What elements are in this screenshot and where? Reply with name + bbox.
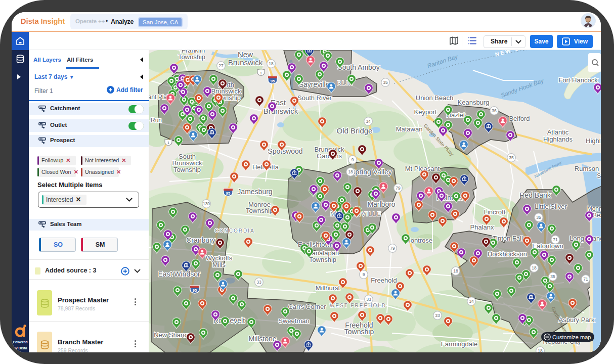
svg-text:71: 71 bbox=[553, 237, 558, 242]
svg-text:Old Bridge: Old Bridge bbox=[337, 126, 373, 135]
svg-text:33: 33 bbox=[256, 280, 261, 285]
svg-text:34: 34 bbox=[469, 299, 474, 304]
svg-text:34: 34 bbox=[366, 119, 371, 124]
svg-text:Carrs Corner: Carrs Corner bbox=[288, 303, 326, 310]
svg-text:Hockhockson: Hockhockson bbox=[488, 250, 527, 258]
svg-text:New: New bbox=[238, 50, 253, 59]
svg-text:Sweetman: Sweetman bbox=[278, 317, 309, 325]
svg-text:35: 35 bbox=[509, 155, 514, 160]
svg-text:Belford: Belford bbox=[509, 115, 530, 122]
svg-text:33: 33 bbox=[435, 313, 440, 318]
svg-text:Fort Hancock: Fort Hancock bbox=[558, 76, 598, 84]
svg-text:CONCORDIA: CONCORDIA bbox=[214, 228, 254, 234]
svg-text:Marlboro: Marlboro bbox=[367, 200, 395, 208]
svg-text:Sea: Sea bbox=[597, 172, 601, 179]
svg-text:Highlands: Highlands bbox=[543, 135, 573, 143]
svg-text:9: 9 bbox=[352, 157, 354, 162]
svg-text:Phalanx: Phalanx bbox=[470, 223, 494, 231]
svg-text:Township: Township bbox=[178, 53, 205, 61]
svg-text:27: 27 bbox=[218, 63, 224, 68]
svg-text:Union Beach: Union Beach bbox=[416, 94, 453, 102]
svg-text:Atlantic: Atlantic bbox=[547, 128, 569, 136]
svg-text:Township: Township bbox=[344, 328, 374, 336]
svg-text:130: 130 bbox=[203, 201, 210, 206]
svg-text:Township: Township bbox=[246, 207, 273, 214]
svg-text:95: 95 bbox=[271, 79, 275, 83]
svg-text:95: 95 bbox=[226, 191, 230, 196]
svg-text:Red Bank: Red Bank bbox=[519, 191, 551, 199]
svg-text:Sayreville: Sayreville bbox=[299, 80, 330, 88]
svg-text:36: 36 bbox=[492, 108, 497, 113]
svg-text:Asbury Park: Asbury Park bbox=[559, 316, 595, 324]
svg-text:1: 1 bbox=[167, 141, 170, 145]
svg-text:35: 35 bbox=[383, 80, 388, 85]
svg-text:New Sharon: New Sharon bbox=[154, 331, 190, 339]
svg-text:Spring Valley: Spring Valley bbox=[350, 168, 391, 176]
svg-text:35: 35 bbox=[550, 274, 555, 279]
svg-text:1: 1 bbox=[260, 71, 262, 75]
svg-text:18: 18 bbox=[453, 268, 458, 274]
svg-text:9: 9 bbox=[363, 272, 365, 277]
svg-text:Mills: Mills bbox=[212, 261, 226, 268]
svg-text:79: 79 bbox=[390, 246, 395, 251]
svg-text:71: 71 bbox=[583, 277, 588, 282]
svg-text:Freehold: Freehold bbox=[371, 277, 397, 284]
svg-text:Highlands: Highlands bbox=[586, 137, 601, 145]
svg-text:79: 79 bbox=[396, 186, 401, 191]
svg-text:Millstone: Millstone bbox=[248, 335, 276, 343]
svg-text:WEST FREEHOLD: WEST FREEHOLD bbox=[330, 303, 386, 308]
svg-text:18: 18 bbox=[269, 61, 274, 66]
svg-text:Little Silver: Little Silver bbox=[535, 203, 567, 210]
svg-text:95: 95 bbox=[193, 288, 197, 293]
svg-text:Millhurst: Millhurst bbox=[316, 284, 340, 292]
svg-text:South River: South River bbox=[297, 94, 332, 102]
svg-text:Jamesburg: Jamesburg bbox=[237, 188, 272, 196]
svg-text:Spotswood: Spotswood bbox=[268, 147, 302, 155]
svg-text:Run: Run bbox=[151, 117, 162, 124]
svg-text:East Windsor: East Windsor bbox=[158, 270, 200, 278]
svg-text:Township: Township bbox=[309, 256, 336, 263]
svg-text:Cranbury: Cranbury bbox=[186, 236, 215, 244]
svg-text:Customize map: Customize map bbox=[552, 334, 591, 340]
svg-text:35: 35 bbox=[536, 215, 541, 220]
svg-text:Township: Township bbox=[173, 166, 201, 173]
svg-text:18: 18 bbox=[532, 265, 537, 270]
svg-text:South Amboy: South Amboy bbox=[337, 63, 379, 71]
svg-text:Keansburg: Keansburg bbox=[458, 99, 490, 106]
svg-text:Matawan: Matawan bbox=[396, 125, 423, 133]
svg-text:33: 33 bbox=[366, 297, 371, 302]
svg-text:18: 18 bbox=[538, 348, 543, 352]
svg-text:Brunswick: Brunswick bbox=[228, 58, 263, 67]
svg-text:18: 18 bbox=[348, 169, 353, 174]
svg-text:Beach: Beach bbox=[593, 212, 601, 219]
svg-text:Keyport: Keyport bbox=[414, 108, 437, 116]
svg-text:Rumson: Rumson bbox=[575, 165, 599, 172]
svg-text:Tinton Falls: Tinton Falls bbox=[493, 235, 527, 242]
svg-text:Farmingdale: Farmingdale bbox=[441, 340, 477, 348]
